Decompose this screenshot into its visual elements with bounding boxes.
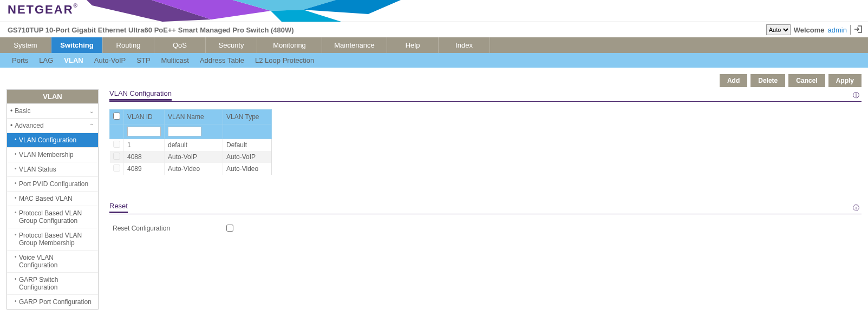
tab-index[interactable]: Index — [439, 37, 490, 53]
sidebar-section-label: Basic — [15, 107, 30, 115]
sidebar-section-label: Advanced — [15, 122, 43, 129]
divider — [850, 25, 851, 35]
col-header-vlan-type[interactable]: VLAN Type — [223, 110, 272, 124]
table-row[interactable]: 4088 Auto-VoIP Auto-VoIP — [110, 151, 272, 163]
cancel-button[interactable]: Cancel — [788, 74, 825, 87]
welcome-area: Auto Welcome admin — [766, 24, 864, 35]
subnav-l2-loop[interactable]: L2 Loop Protection — [255, 56, 314, 64]
vlan-table: VLAN ID VLAN Name VLAN Type 1 default De… — [109, 109, 272, 175]
sidebar-item-garp-switch-config[interactable]: GARP Switch Configuration — [7, 272, 98, 294]
cell-vlan-id: 4089 — [124, 163, 165, 175]
nav-primary: System Switching Routing QoS Security Mo… — [0, 37, 868, 53]
delete-button[interactable]: Delete — [750, 74, 785, 87]
cell-vlan-name: default — [165, 139, 223, 152]
reset-config-label: Reset Configuration — [113, 225, 170, 232]
content-area: VLAN Configuration ⓘ VLAN ID VLAN Name V… — [109, 89, 862, 242]
sidebar-item-vlan-status[interactable]: VLAN Status — [7, 162, 98, 176]
sidebar-item-protocol-vlan-group-membership[interactable]: Protocol Based VLAN Group Membership — [7, 228, 98, 250]
product-bar: GS710TUP 10-Port Gigabit Ethernet Ultra6… — [0, 22, 868, 37]
col-header-vlan-name[interactable]: VLAN Name — [165, 110, 223, 124]
add-button[interactable]: Add — [720, 74, 747, 87]
subnav-lag[interactable]: LAG — [39, 56, 53, 64]
chevron-down-icon: ⌄ — [89, 108, 94, 114]
subnav-address-table[interactable]: Address Table — [200, 56, 244, 64]
sidebar-section-basic[interactable]: •Basic ⌄ — [7, 103, 98, 118]
subnav-autovoip[interactable]: Auto-VoIP — [94, 56, 126, 64]
table-row[interactable]: 1 default Default — [110, 139, 272, 152]
section-title-label: VLAN Configuration — [109, 89, 172, 101]
row-checkbox — [113, 164, 120, 172]
brand-logo: NETGEAR® — [8, 3, 79, 17]
sidebar-item-garp-port-config[interactable]: GARP Port Configuration — [7, 294, 98, 309]
apply-button[interactable]: Apply — [828, 74, 862, 87]
table-row[interactable]: 4089 Auto-Video Auto-Video — [110, 163, 272, 175]
filter-vlan-name-input[interactable] — [168, 127, 201, 136]
tab-maintenance[interactable]: Maintenance — [322, 37, 387, 53]
section-title-vlan-config: VLAN Configuration ⓘ — [109, 89, 862, 102]
cell-vlan-id: 4088 — [124, 151, 165, 163]
subnav-stp[interactable]: STP — [136, 56, 150, 64]
chevron-up-icon: ⌃ — [89, 123, 94, 129]
header-banner: NETGEAR® — [0, 0, 868, 22]
section-title-label: Reset — [109, 202, 128, 213]
tab-routing[interactable]: Routing — [103, 37, 154, 53]
row-checkbox — [113, 141, 120, 148]
subnav-multicast[interactable]: Multicast — [161, 56, 189, 64]
col-header-vlan-id[interactable]: VLAN ID — [124, 110, 165, 124]
sidebar-title: VLAN — [7, 90, 98, 103]
reset-section: Reset ⓘ Reset Configuration — [109, 202, 862, 242]
sidebar-item-vlan-configuration[interactable]: VLAN Configuration — [7, 133, 98, 147]
sidebar-item-mac-based-vlan[interactable]: MAC Based VLAN — [7, 191, 98, 206]
main-layout: VLAN •Basic ⌄ •Advanced ⌃ VLAN Configura… — [0, 89, 868, 310]
header-decor — [0, 0, 868, 22]
nav-filler — [490, 37, 868, 53]
select-all-checkbox[interactable] — [113, 113, 120, 120]
help-icon[interactable]: ⓘ — [853, 91, 862, 100]
row-checkbox — [113, 153, 120, 160]
cell-vlan-name: Auto-Video — [165, 163, 223, 175]
sidebar-item-port-pvid[interactable]: Port PVID Configuration — [7, 176, 98, 191]
help-icon[interactable]: ⓘ — [853, 203, 862, 213]
tab-switching[interactable]: Switching — [51, 37, 103, 53]
tab-system[interactable]: System — [0, 37, 51, 53]
cell-vlan-name: Auto-VoIP — [165, 151, 223, 163]
tab-security[interactable]: Security — [206, 37, 257, 53]
tab-qos[interactable]: QoS — [154, 37, 206, 53]
tab-monitoring[interactable]: Monitoring — [257, 37, 322, 53]
subnav-ports[interactable]: Ports — [12, 56, 28, 64]
cell-vlan-id: 1 — [124, 139, 165, 152]
filter-vlan-id-input[interactable] — [127, 127, 161, 136]
reset-config-checkbox[interactable] — [226, 225, 233, 232]
tab-help[interactable]: Help — [387, 37, 439, 53]
action-row: Add Delete Cancel Apply — [0, 68, 868, 89]
sidebar-section-advanced[interactable]: •Advanced ⌃ — [7, 118, 98, 133]
subnav-vlan[interactable]: VLAN — [64, 56, 83, 64]
language-select[interactable]: Auto — [766, 24, 791, 35]
cell-vlan-type: Auto-Video — [223, 163, 272, 175]
sidebar-item-protocol-vlan-group-config[interactable]: Protocol Based VLAN Group Configuration — [7, 206, 98, 228]
nav-secondary: Ports LAG VLAN Auto-VoIP STP Multicast A… — [0, 53, 868, 68]
sidebar: VLAN •Basic ⌄ •Advanced ⌃ VLAN Configura… — [6, 89, 99, 310]
logout-icon[interactable] — [854, 25, 864, 35]
welcome-user: admin — [828, 26, 847, 34]
product-title: GS710TUP 10-Port Gigabit Ethernet Ultra6… — [8, 26, 294, 34]
welcome-label: Welcome — [794, 26, 825, 34]
cell-vlan-type: Auto-VoIP — [223, 151, 272, 163]
sidebar-item-voice-vlan-config[interactable]: Voice VLAN Configuration — [7, 250, 98, 272]
section-title-reset: Reset ⓘ — [109, 202, 862, 214]
sidebar-item-vlan-membership[interactable]: VLAN Membership — [7, 147, 98, 162]
cell-vlan-type: Default — [223, 139, 272, 152]
